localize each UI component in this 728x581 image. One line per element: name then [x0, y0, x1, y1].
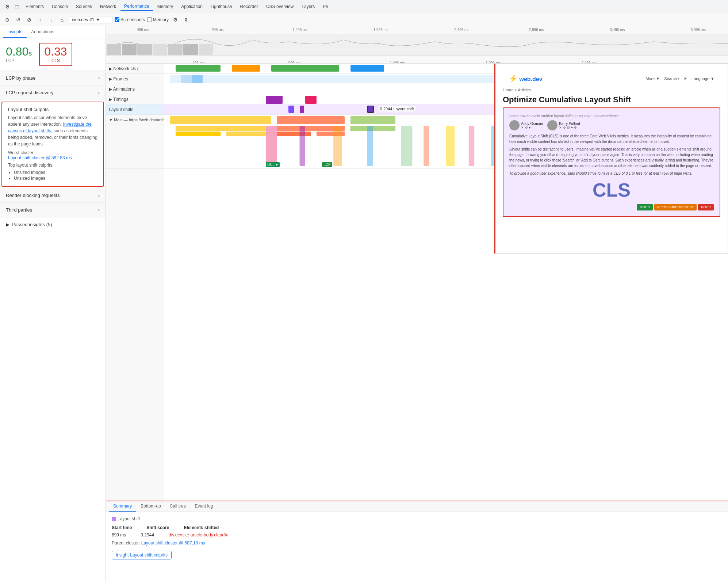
flame-1 — [170, 116, 271, 124]
avatar-2 — [547, 120, 558, 130]
panel-tabs: Insights Annotations — [0, 26, 106, 38]
dock-icon[interactable]: ◫ — [12, 2, 21, 11]
track-main-area: 496 ms 996 ms 1,496 ms 1,996 ms 2,496 ms… — [106, 56, 728, 501]
right-panel: 496 ms 996 ms 1,496 ms 1,996 ms 2,496 ms… — [106, 26, 728, 581]
menu-elements[interactable]: Elements — [22, 3, 47, 11]
ruler2-996: 996 ms — [288, 61, 300, 64]
insight-badge-button[interactable]: Insight Layout shift culprits — [112, 551, 172, 559]
insight-render-blocking[interactable]: Render blocking requests › — [0, 188, 106, 203]
tab-event-log[interactable]: Event log — [190, 501, 217, 512]
menu-console[interactable]: Console — [48, 3, 72, 11]
ruler2-1996: 1,996 ms — [486, 61, 501, 64]
layout-shift-marker-1[interactable] — [288, 106, 294, 113]
badge-color — [112, 517, 116, 521]
upload-button[interactable]: ↑ — [36, 15, 45, 24]
timeline-minimap[interactable] — [106, 34, 728, 56]
tab-summary[interactable]: Summary — [109, 501, 136, 512]
metric-lcp: 0.80s LCP — [6, 46, 32, 63]
track-area: ▶ Network cls ( ▶ Frames ▶ Animations ▶ … — [106, 64, 728, 501]
menu-performance[interactable]: Performance — [120, 2, 153, 11]
article-title: Optimize Cumulative Layout Shift — [503, 95, 720, 105]
top-culprits: Top layout shift culprits: Unsized Image… — [8, 163, 97, 181]
ruler2-2496: 2,496 ms — [582, 61, 597, 64]
metric-cls: 0.33 CLS — [39, 43, 72, 66]
clear-button[interactable]: ⊘ — [25, 15, 34, 24]
cls-value: 0.33 — [44, 46, 67, 57]
record-button[interactable]: ⊙ — [3, 15, 12, 24]
tick-2496: 2,496 ms — [454, 28, 469, 32]
layout-shift-label: 0.2944 Layout shift — [379, 106, 415, 111]
track-label-extra1 — [106, 125, 164, 169]
more-button[interactable]: ⇕ — [182, 15, 191, 24]
menu-recorder[interactable]: Recorder — [237, 3, 262, 11]
svg-rect-12 — [424, 126, 429, 166]
menu-lighthouse[interactable]: Lighthouse — [207, 3, 236, 11]
screenshots-checkbox-input[interactable] — [115, 17, 119, 22]
insight-list: LCP by phase › LCP request discovery › L… — [0, 71, 106, 581]
start-time-header: Start time — [112, 525, 132, 530]
ruler-area: 496 ms 996 ms 1,496 ms 1,996 ms 2,496 ms… — [106, 26, 728, 34]
reload-button[interactable]: ↺ — [14, 15, 23, 24]
second-ruler: 496 ms 996 ms 1,496 ms 1,996 ms 2,496 ms — [106, 56, 728, 64]
author-1-info: Addy Osmani ✕ ⊙ ♥ — [521, 122, 543, 129]
track-label-timings[interactable]: ▶ Timings — [106, 94, 164, 105]
tab-insights[interactable]: Insights — [3, 26, 27, 38]
track-labels: ▶ Network cls ( ▶ Frames ▶ Animations ▶ … — [106, 64, 164, 501]
svg-rect-2 — [226, 132, 266, 136]
settings-button[interactable]: ⚙ — [171, 15, 180, 24]
tab-call-tree[interactable]: Call tree — [165, 501, 191, 512]
elements-shifted-value: div.devsite-article-body.clearfix — [169, 532, 228, 538]
chevron-right-icon: › — [98, 75, 100, 81]
avatar-1 — [509, 120, 520, 130]
menu-application[interactable]: Application — [177, 3, 206, 11]
bottom-content: Layout shift Start time Shift score Elem… — [106, 512, 728, 581]
url-dropdown-icon[interactable]: ▼ — [96, 17, 100, 22]
parent-cluster-link[interactable]: Layout shift cluster @ 587.19 ms — [141, 540, 205, 546]
shift-score-header: Shift score — [146, 525, 169, 530]
url-bar: web.dev #1 ▼ — [69, 16, 112, 23]
webdev-logo: ⚡ web.dev — [509, 74, 543, 83]
menu-layers[interactable]: Layers — [298, 3, 318, 11]
screenshots-checkbox[interactable]: Screenshots — [115, 17, 145, 22]
url-label: web.dev #1 — [72, 17, 94, 22]
tab-bottom-up[interactable]: Bottom-up — [136, 501, 165, 512]
memory-checkbox-input[interactable] — [147, 17, 152, 22]
passed-insights[interactable]: ▶ Passed insights (5) — [0, 217, 106, 232]
network-block-4 — [350, 65, 384, 72]
menu-pri[interactable]: Pri — [319, 3, 332, 11]
author-2: Barry Pollard ✕ ⊙ @ ♥ ⊕ — [547, 120, 580, 130]
tick-996: 996 ms — [212, 28, 224, 32]
tab-annotations[interactable]: Annotations — [27, 26, 58, 38]
insight-lcp-by-phase[interactable]: LCP by phase › — [0, 71, 106, 86]
flame-2 — [277, 116, 345, 124]
layout-shift-marker-selected[interactable] — [367, 106, 374, 113]
home-button[interactable]: ⌂ — [58, 15, 66, 24]
track-label-animations[interactable]: ▶ Animations — [106, 84, 164, 94]
elements-shifted-header: Elements shifted — [184, 525, 219, 530]
ruler2-496: 496 ms — [192, 61, 204, 64]
screenshot-content: ⚡ web.dev More ▼ Search / ☀ Language ▼ H… — [495, 64, 728, 227]
track-label-main[interactable]: ▼ Main — https://web.dev/articles/optim — [106, 115, 164, 125]
memory-checkbox[interactable]: Memory — [147, 17, 169, 22]
svg-rect-7 — [266, 126, 277, 166]
tick-3996: 3,996 ms — [691, 28, 706, 32]
menu-sources[interactable]: Sources — [72, 3, 96, 11]
insight-layout-shift-culprits[interactable]: Layout shift culprits Layout shifts occu… — [1, 102, 104, 187]
menu-network[interactable]: Network — [96, 3, 120, 11]
worst-cluster-link[interactable]: Layout shift cluster @ 582.83 ms — [8, 155, 72, 160]
track-label-layout-shifts[interactable]: Layout shifts — [106, 105, 164, 115]
cls-good: GOOD — [637, 204, 653, 210]
menu-css-overview[interactable]: CSS overview — [263, 3, 297, 11]
cls-needs: NEEDS IMPROVEMENT — [654, 204, 697, 210]
author-2-social: ✕ ⊙ @ ♥ ⊕ — [559, 126, 580, 129]
tick-1496: 1,496 ms — [292, 28, 307, 32]
insight-third-parties[interactable]: Third parties › — [0, 203, 106, 217]
track-label-network[interactable]: ▶ Network cls ( — [106, 64, 164, 74]
track-label-frames[interactable]: ▶ Frames — [106, 74, 164, 84]
insight-lcp-request-discovery[interactable]: LCP request discovery › — [0, 86, 106, 100]
download-button[interactable]: ↓ — [47, 15, 55, 24]
lcp-marker: LCP — [322, 162, 332, 167]
devtools-icon[interactable]: ⚙ — [3, 2, 12, 11]
svg-rect-4 — [277, 132, 311, 136]
menu-memory[interactable]: Memory — [154, 3, 177, 11]
